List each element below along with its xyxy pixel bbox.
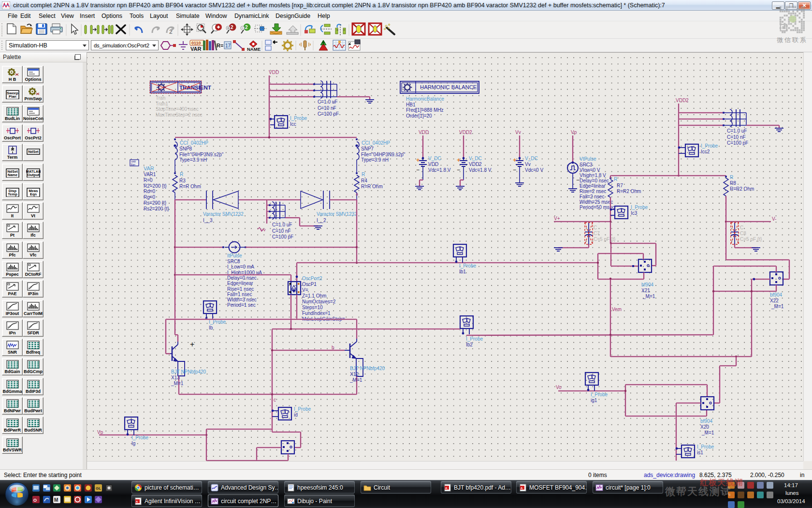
svg-text:Tran: Tran xyxy=(156,95,165,101)
svg-text:VDD: VDD xyxy=(428,162,438,167)
svg-text:R: R xyxy=(180,172,183,177)
svg-text:C=100 pF: C=100 pF xyxy=(318,111,339,117)
svg-text:Vem: Vem xyxy=(612,307,622,312)
svg-text:I__2: I__2 xyxy=(317,218,326,223)
svg-text:Vv: Vv xyxy=(515,130,521,135)
svg-text:+: + xyxy=(513,156,517,164)
svg-text:I_Probe: I_Probe xyxy=(290,116,307,121)
svg-text:Ic3: Ic3 xyxy=(631,210,638,216)
svg-text:I__3: I__3 xyxy=(203,218,213,223)
svg-text:c: c xyxy=(274,397,276,403)
svg-text:_M=1: _M=1 xyxy=(349,377,362,383)
svg-text:I_Probe: I_Probe xyxy=(466,336,483,342)
svg-text:C: C xyxy=(594,225,597,230)
svg-text:Z=1.1 Ohm: Z=1.1 Ohm xyxy=(302,293,326,299)
svg-text:NAME: NAME xyxy=(247,46,261,52)
svg-text:HarmonicBalance: HarmonicBalance xyxy=(406,96,444,102)
svg-text:I_Probe: I_Probe xyxy=(459,263,476,269)
svg-text:C: C xyxy=(740,225,743,230)
svg-text:bf904: bf904 xyxy=(770,292,782,298)
svg-text:R8: R8 xyxy=(730,180,736,186)
svg-text:M: M xyxy=(54,497,58,503)
svg-text:Steps=10: Steps=10 xyxy=(302,305,323,310)
svg-text:HB1: HB1 xyxy=(406,102,416,107)
svg-text:BJT NPNbfp420: BJT NPNbfp420 xyxy=(171,369,206,374)
svg-text:Rd=0: Rd=0 xyxy=(144,189,156,194)
svg-text:−: − xyxy=(576,177,580,183)
svg-text:SRC3: SRC3 xyxy=(580,162,593,167)
svg-text:I_Probe: I_Probe xyxy=(701,143,718,149)
svg-text:C=100 pF: C=100 pF xyxy=(727,140,748,146)
svg-text:V_DC: V_DC xyxy=(428,156,441,161)
svg-text:Rg=0: Rg=0 xyxy=(144,194,156,200)
svg-text:R2=200 {t}: R2=200 {t} xyxy=(144,183,167,189)
svg-text:Vdc=0 V: Vdc=0 V xyxy=(525,167,543,173)
svg-text:V-: V- xyxy=(772,216,776,222)
svg-text:_M=1: _M=1 xyxy=(701,430,714,435)
svg-text:bf904: bf904 xyxy=(641,282,653,287)
svg-text:SNP7: SNP7 xyxy=(361,146,374,151)
svg-text:−: − xyxy=(513,166,516,173)
svg-text:Icc2: Icc2 xyxy=(701,149,710,154)
svg-text:SNP8: SNP8 xyxy=(179,146,192,151)
svg-text:+: + xyxy=(190,340,194,348)
svg-text:VDD: VDD xyxy=(269,70,279,75)
svg-text:C=10 nF: C=10 nF xyxy=(272,228,291,234)
svg-text:V_DC: V_DC xyxy=(525,156,538,161)
svg-text:Type=3.9 nH: Type=3.9 nH xyxy=(361,157,389,163)
svg-text:Name: Name xyxy=(7,173,17,177)
svg-text:ig1: ig1 xyxy=(591,398,597,403)
svg-text:VAR1: VAR1 xyxy=(144,172,156,177)
svg-text:Edge=linear: Edge=linear xyxy=(227,281,253,286)
svg-text:Output: Output xyxy=(27,173,39,177)
svg-text:2: 2 xyxy=(245,25,248,30)
svg-text:HARMONIC BALANCE: HARMONIC BALANCE xyxy=(420,84,477,90)
svg-text:A: A xyxy=(445,487,448,490)
svg-text:_M=1: _M=1 xyxy=(642,294,655,299)
svg-text:C7: C7 xyxy=(594,231,600,236)
svg-text:Width=3 nsec: Width=3 nsec xyxy=(227,297,257,302)
svg-text:I_Low=0 mA: I_Low=0 mA xyxy=(227,264,254,269)
svg-text:NumOctaves=2: NumOctaves=2 xyxy=(302,299,336,304)
svg-text:X22: X22 xyxy=(770,298,779,303)
svg-text:a: a xyxy=(356,192,358,196)
svg-text:C=1.0 uF: C=1.0 uF xyxy=(318,99,337,105)
svg-text:O: O xyxy=(33,498,37,503)
svg-text:bf904: bf904 xyxy=(700,418,712,424)
svg-text:CCI_0402HP: CCI_0402HP xyxy=(362,140,390,146)
svg-text:C=5 pF {t}: C=5 pF {t} xyxy=(594,237,616,242)
svg-text:File="04HP3N9.s2p": File="04HP3N9.s2p" xyxy=(179,152,224,157)
svg-text:VAR: VAR xyxy=(144,165,154,171)
svg-text:StopTime=400 nsec: StopTime=400 nsec xyxy=(156,106,199,112)
svg-text:I_Probe: I_Probe xyxy=(631,205,648,210)
svg-text:X12: X12 xyxy=(350,372,359,377)
svg-text:R4: R4 xyxy=(361,178,367,183)
svg-text:A: A xyxy=(136,500,138,503)
svg-text:ItPulse: ItPulse xyxy=(227,253,242,258)
svg-text:R: R xyxy=(730,175,733,180)
svg-text:VDD2: VDD2 xyxy=(469,162,482,167)
svg-text:Vdc=1.8 V: Vdc=1.8 V xyxy=(469,167,492,173)
svg-text:Tran1: Tran1 xyxy=(156,101,168,106)
svg-text:Varactor SMV1232: Varactor SMV1232 xyxy=(203,211,244,217)
svg-text:BJT NPNbfp420: BJT NPNbfp420 xyxy=(350,366,385,371)
svg-text:Ib: Ib xyxy=(209,325,213,330)
svg-text:C=10 nF: C=10 nF xyxy=(318,105,336,111)
svg-text:−: − xyxy=(416,166,420,173)
svg-text:File="04HP3N9.s2p": File="04HP3N9.s2p" xyxy=(361,152,406,157)
svg-text:R: R xyxy=(362,172,365,177)
svg-text:NdSet: NdSet xyxy=(28,149,39,154)
svg-text:Fall=2 nsec: Fall=2 nsec xyxy=(580,194,604,199)
svg-text:2: 2 xyxy=(231,25,233,30)
svg-text:Eqn: Eqn xyxy=(29,192,37,196)
svg-text:17: 17 xyxy=(225,43,231,48)
svg-text:b: b xyxy=(332,345,334,350)
svg-text:R=: R= xyxy=(217,43,223,48)
svg-text:R7: R7 xyxy=(617,183,623,188)
svg-text:_M=1: _M=1 xyxy=(171,381,184,386)
svg-text:Type=3.9 nH: Type=3.9 nH xyxy=(179,157,207,163)
svg-text:+: + xyxy=(457,156,461,164)
svg-text:id: id xyxy=(294,412,298,418)
svg-text:R3: R3 xyxy=(179,178,186,183)
svg-text:SRC8: SRC8 xyxy=(227,259,240,264)
